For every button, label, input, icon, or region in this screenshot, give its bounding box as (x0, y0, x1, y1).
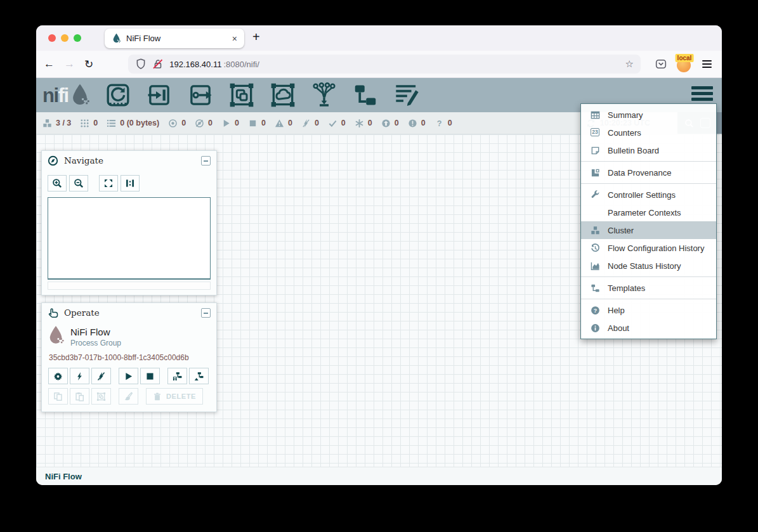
shield-icon[interactable] (135, 58, 147, 70)
global-menu-button[interactable] (691, 86, 713, 101)
navigate-header: Navigate (42, 151, 216, 170)
copy-button[interactable] (48, 388, 68, 405)
funnel-component-button[interactable] (311, 82, 337, 108)
browser-tab[interactable]: NiFi Flow × (105, 29, 244, 48)
start-button[interactable] (119, 368, 138, 384)
counters-icon: 23 (589, 128, 601, 138)
reload-button[interactable]: ↻ (84, 58, 93, 71)
menu-item-help[interactable]: ?Help (581, 301, 716, 319)
enable-icon (75, 372, 84, 381)
menu-item-data-provenance[interactable]: Data Provenance (581, 164, 716, 181)
back-button[interactable]: ← (44, 58, 55, 70)
menu-item-controller-settings[interactable]: Controller Settings (581, 186, 716, 204)
upload-template-button[interactable] (189, 368, 209, 384)
breadcrumb[interactable]: NiFi Flow (36, 467, 722, 485)
zoom-in-icon (52, 178, 62, 188)
zoom-actual-button[interactable] (121, 175, 140, 191)
group-button[interactable] (91, 388, 111, 405)
status-count: 0 (181, 119, 186, 127)
configuration-button[interactable] (48, 368, 68, 384)
global-menu-dropdown: Summary23CountersBulletin BoardData Prov… (580, 103, 717, 339)
selected-component: NiFi Flow Process Group (42, 322, 216, 347)
url-host: 192.168.40.11 (169, 60, 221, 69)
input-port-component-button[interactable] (147, 82, 172, 108)
status-count: 0 (93, 119, 98, 127)
zoom-fit-button[interactable] (99, 175, 118, 191)
funnel-icon (311, 82, 337, 108)
menu-item-counters[interactable]: 23Counters (581, 124, 716, 141)
delete-button[interactable]: DELETE (146, 388, 203, 405)
template-component-button[interactable] (353, 82, 378, 108)
menu-item-flow-configuration-history[interactable]: Flow Configuration History (581, 239, 716, 257)
input-port-icon (147, 82, 172, 108)
menu-item-node-status-history[interactable]: Node Status History (581, 257, 716, 275)
zoom-in-button[interactable] (48, 175, 67, 191)
no-icon (589, 208, 601, 217)
browser-menu-icon[interactable] (702, 60, 712, 68)
tab-close-icon[interactable]: × (232, 34, 237, 44)
status-up-to-date: 0 (328, 119, 346, 128)
operate-toolbar-row2: DELETE (48, 388, 216, 405)
menu-item-cluster[interactable]: Cluster (581, 221, 716, 239)
navigate-title: Navigate (64, 155, 103, 165)
menu-item-label: Parameter Contexts (608, 208, 681, 217)
processor-component-button[interactable] (105, 82, 131, 108)
menu-item-templates[interactable]: Templates (581, 279, 716, 297)
browser-navbar: ← → ↻ 192.168.40.11 :8080/nifi/ ☆ local (36, 51, 722, 78)
insecure-lock-icon[interactable] (152, 58, 164, 70)
profile-avatar[interactable]: local (677, 56, 692, 72)
template-icon (589, 283, 601, 293)
fill-color-button[interactable] (119, 388, 138, 405)
menu-item-bulletin-board[interactable]: Bulletin Board (581, 141, 716, 159)
birdseye-minimap[interactable] (48, 197, 211, 280)
locally-modified-stale-icon (408, 119, 417, 128)
minimize-window-button[interactable] (61, 34, 69, 42)
status-count: 0 (261, 119, 266, 127)
cluster-cubes-icon (42, 119, 52, 128)
bookmark-star-icon[interactable]: ☆ (625, 58, 634, 70)
status-count: 0 (448, 119, 452, 127)
menu-item-parameter-contexts[interactable]: Parameter Contexts (581, 204, 716, 221)
label-component-button[interactable] (394, 82, 419, 108)
url-bar[interactable]: 192.168.40.11 :8080/nifi/ ☆ (128, 55, 641, 74)
operate-palette: Operate NiFi Flow Process Group 35cbd3b7… (41, 302, 217, 412)
trash-icon (153, 392, 162, 401)
remote-process-group-icon (270, 82, 296, 108)
process-group-component-button[interactable] (229, 82, 254, 108)
transmitting-icon (168, 119, 178, 128)
status-count: 0 (0 bytes) (120, 119, 159, 127)
menu-item-about[interactable]: About (581, 319, 716, 337)
status-count: 0 (288, 119, 292, 127)
menu-item-label: Cluster (608, 226, 634, 235)
browser-window: NiFi Flow × + ← → ↻ 192.168.40.11 :8080/… (36, 25, 722, 485)
stop-icon (145, 372, 155, 381)
maximize-window-button[interactable] (74, 34, 81, 42)
new-tab-button[interactable]: + (252, 30, 260, 44)
status-count: 0 (208, 119, 212, 127)
navigate-palette: Navigate (41, 150, 217, 295)
compass-icon (48, 155, 58, 166)
save-template-button[interactable] (167, 368, 187, 384)
start-icon (124, 372, 133, 381)
status-not-transmitting: 0 (195, 119, 212, 128)
disable-icon (96, 372, 106, 381)
navigate-collapse-button[interactable] (201, 156, 211, 165)
forward-button[interactable]: → (64, 58, 75, 70)
nifi-drop-logo-icon (70, 83, 90, 107)
menu-item-summary[interactable]: Summary (581, 106, 716, 124)
paste-button[interactable] (70, 388, 89, 405)
breadcrumb-root[interactable]: NiFi Flow (45, 472, 82, 481)
close-window-button[interactable] (48, 34, 56, 42)
output-port-component-button[interactable] (188, 82, 213, 108)
pocket-icon[interactable] (655, 58, 667, 70)
operate-collapse-button[interactable] (201, 308, 211, 318)
up-to-date-icon (328, 119, 337, 128)
operate-title: Operate (64, 308, 100, 318)
remote-process-group-component-button[interactable] (270, 82, 296, 108)
stop-button[interactable] (140, 368, 160, 384)
not-transmitting-icon (195, 119, 204, 128)
status-transmitting: 0 (168, 119, 186, 128)
disable-button[interactable] (91, 368, 111, 384)
enable-button[interactable] (70, 368, 89, 384)
zoom-out-button[interactable] (69, 175, 88, 191)
